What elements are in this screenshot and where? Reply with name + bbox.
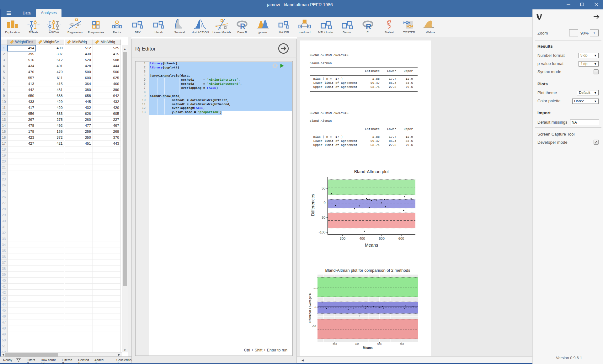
svg-text:50: 50 xyxy=(313,287,316,290)
svg-text:0: 0 xyxy=(323,201,325,205)
svg-text:500: 500 xyxy=(377,343,382,345)
svg-text:Differences: Differences xyxy=(310,194,315,216)
svg-text:0: 0 xyxy=(315,306,316,309)
svg-text:500: 500 xyxy=(379,237,384,240)
svg-text:R: R xyxy=(366,22,371,31)
svg-text:600: 600 xyxy=(398,237,404,240)
svg-text:Bland-Altman plot: Bland-Altman plot xyxy=(354,169,389,174)
svg-text:Means: Means xyxy=(365,243,378,248)
svg-text:R: R xyxy=(240,22,245,30)
svg-text:300: 300 xyxy=(333,343,337,345)
svg-text:Difference / Average %: Difference / Average % xyxy=(308,293,312,324)
svg-text:50: 50 xyxy=(322,186,325,190)
svg-text:400: 400 xyxy=(359,237,365,240)
svg-text:400: 400 xyxy=(355,343,360,345)
svg-text:600: 600 xyxy=(400,343,404,345)
svg-text:Means: Means xyxy=(363,346,373,350)
svg-text:Bland-Altman plot for comparis: Bland-Altman plot for comparison of 2 me… xyxy=(325,268,410,273)
svg-text:-100: -100 xyxy=(318,230,325,234)
svg-text:-50: -50 xyxy=(312,325,316,328)
svg-text:-50: -50 xyxy=(321,216,326,219)
svg-text:300: 300 xyxy=(340,237,345,240)
